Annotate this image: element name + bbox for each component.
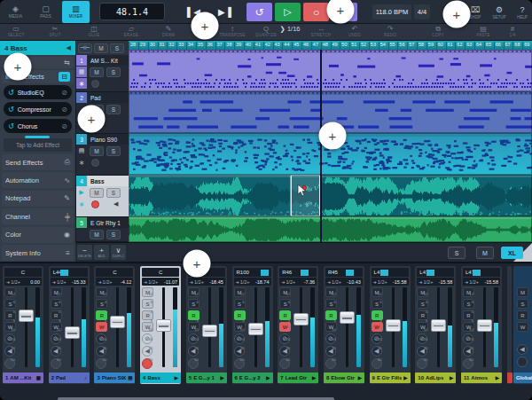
tool-split[interactable]: ✂SPLIT (49, 25, 61, 37)
tool-copy[interactable]: ⧉COPY (432, 25, 444, 37)
sidebar-item-channel[interactable]: Channel╪ (2, 208, 74, 224)
timeline-ruler[interactable]: 2829303132333435363738394041424344454647… (129, 41, 532, 50)
output-routing[interactable]: ➔1/2+-15.33 (51, 278, 88, 286)
effect-slot-studioeq[interactable]: ↺StudioEQ⊘ (4, 85, 72, 99)
playhead[interactable] (320, 50, 322, 242)
record-button[interactable]: ○ (303, 3, 329, 21)
track-row-piano-s90[interactable]: 3▤∗Piano S90MS (76, 134, 129, 176)
record-arm-button[interactable] (517, 357, 528, 367)
sidebar-item-system-info[interactable]: System Info≡ (2, 245, 74, 261)
add-track-button[interactable]: +ADD (94, 245, 109, 260)
fader-cap[interactable] (19, 310, 34, 322)
duplc-track-button[interactable]: ∨DUPLC (111, 245, 126, 260)
output-routing[interactable]: ➔1/2+-18.45 (188, 278, 225, 286)
track-row-am-s-kit[interactable]: 1▦∗AM S... KitMS (76, 55, 129, 92)
tab-pads[interactable]: ▢PADS (32, 1, 59, 23)
tab-media[interactable]: ◈MEDIA (2, 1, 29, 23)
tool-glue[interactable]: ◫GLUE (88, 25, 99, 37)
effect-slot-chorus[interactable]: ↺Chorus⊘ (4, 119, 72, 133)
track-solo-button[interactable]: S (106, 67, 121, 77)
delete-track-button[interactable]: −DELETE (77, 245, 92, 260)
sidebar-item-automation[interactable]: Automation∿ (2, 172, 74, 188)
power-icon[interactable]: ↺ (8, 122, 14, 130)
pan-display[interactable]: R100 (234, 268, 271, 277)
tool-paste[interactable]: ▤PASTE (476, 25, 489, 37)
channel-label[interactable]: 6E G...y 2▶ (232, 373, 273, 383)
mixer-size-xl-button[interactable]: XL (501, 247, 523, 259)
channel-label[interactable]: 5E G...y 1▶ (186, 373, 227, 383)
add-effect-button[interactable]: Tap to Add Effect (4, 138, 72, 152)
pan-display[interactable]: R46 (279, 268, 317, 277)
output-routing[interactable]: ➔1/2+-15.58 (417, 278, 454, 286)
pan-display[interactable]: R45 (325, 268, 363, 277)
fader-cap[interactable] (477, 319, 492, 332)
track-record-arm[interactable] (91, 159, 99, 167)
pan-display[interactable]: C (4, 268, 42, 277)
setup-button[interactable]: ⚙SETUP (489, 2, 510, 22)
bypass-icon[interactable]: ⊘ (61, 89, 67, 97)
effect-slot-compressor[interactable]: ↺Compressor⊘ (4, 102, 72, 116)
output-routing[interactable]: ➔1/2+-18.74 (234, 278, 271, 286)
fader-cap[interactable] (386, 319, 401, 332)
freeze-icon[interactable]: ∗ (76, 157, 87, 168)
fader-cap[interactable] (202, 325, 217, 337)
channel-label[interactable]: 10AdLips▶ (415, 373, 456, 383)
mute-button[interactable]: M (517, 287, 528, 297)
bypass-icon[interactable]: ⊘ (61, 106, 67, 114)
channel-label[interactable]: Global (513, 373, 532, 383)
output-routing[interactable]: ➔1/2+-4.12 (96, 278, 133, 286)
fader-cap[interactable] (293, 313, 309, 325)
track-solo-button[interactable]: S (106, 146, 121, 156)
skip-end-button[interactable]: ▶▐ (213, 4, 237, 20)
channel-label[interactable]: 2Pad♪ (49, 373, 90, 383)
output-routing[interactable]: ➔1/2+0.00 (4, 278, 42, 286)
read-button[interactable]: R (517, 310, 528, 320)
clip-region[interactable] (129, 175, 532, 216)
clip-region[interactable] (129, 50, 532, 91)
sidebar-item-color[interactable]: Color◉ (2, 227, 74, 243)
pan-display[interactable]: L47 (417, 268, 454, 277)
track-controls-icon[interactable]: ⊣⊢ (78, 43, 92, 53)
fader[interactable]: 1260510203060 (338, 287, 352, 367)
track-solo-button[interactable]: S (106, 105, 121, 114)
track-solo-button[interactable]: S (106, 230, 121, 239)
fader[interactable]: 1260510203060 (384, 287, 398, 367)
track-instrument-icon[interactable]: ▤ (76, 145, 87, 156)
channel-label[interactable]: 3Piano S90▤ (94, 373, 135, 383)
fader[interactable]: 1260510203060 (108, 287, 122, 367)
tempo-display[interactable]: 118.0 BPM (372, 4, 411, 20)
sidebar-item-notepad[interactable]: Notepad✎ (2, 191, 74, 207)
channel-label[interactable]: 1AM ...Kit▦ (3, 373, 43, 383)
fader-cap[interactable] (156, 319, 171, 332)
fader[interactable]: 1260510203060 (200, 287, 215, 367)
channel-label[interactable]: 8Ebow Gtr▶ (324, 373, 364, 383)
tool-draw[interactable]: ✎DRAW (162, 25, 175, 37)
tool-undo[interactable]: ↶UNDO (348, 25, 361, 37)
tool-1-4[interactable]: #1/4 (510, 25, 516, 37)
output-routing[interactable]: ➔1/2+-10.43 (325, 278, 363, 286)
pan-display[interactable]: L47 (463, 268, 500, 277)
solo-button[interactable]: S (517, 299, 528, 309)
track-solo-button[interactable]: S (106, 188, 121, 198)
freeze-icon[interactable]: ∗ (76, 78, 87, 89)
power-icon[interactable]: ↺ (8, 106, 14, 114)
write-button[interactable]: W (517, 322, 528, 332)
tab-mixer[interactable]: ▥MIXER (62, 1, 90, 23)
play-button[interactable]: ▷ (275, 3, 301, 21)
fader-cap[interactable] (110, 316, 125, 328)
collapse-icon[interactable]: ◀ (66, 44, 71, 51)
fader[interactable]: 1260510203060 (63, 287, 77, 367)
tool-select[interactable]: ▭SELECT (8, 25, 25, 37)
freeze-icon[interactable]: ∗ (76, 199, 87, 209)
pan-display[interactable]: C (96, 268, 133, 277)
output-routing[interactable]: ➔1/2+-11.07 (142, 278, 179, 286)
fader-cap[interactable] (431, 319, 446, 332)
output-routing[interactable]: ➔1/2+-7.36 (279, 278, 317, 286)
pan-display[interactable]: L47 (372, 268, 409, 277)
track-mute-button[interactable]: M (90, 146, 104, 156)
fader[interactable]: 1260510203060 (475, 287, 489, 367)
fader-cap[interactable] (248, 323, 263, 335)
fader[interactable]: 1260510203060 (154, 287, 168, 367)
track-mute-button[interactable]: M (90, 67, 104, 77)
track-mute-button[interactable]: M (90, 188, 104, 198)
